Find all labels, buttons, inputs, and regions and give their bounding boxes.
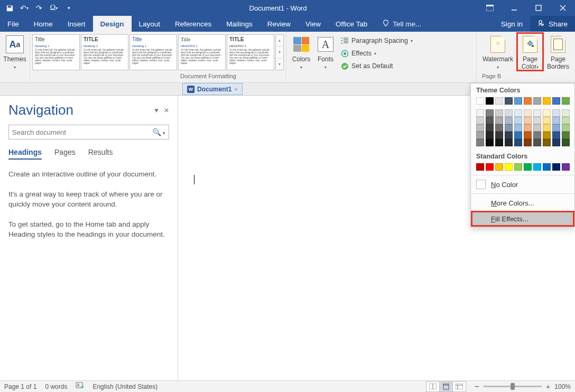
tab-home[interactable]: Home (26, 16, 60, 32)
color-swatch[interactable] (486, 97, 494, 105)
color-swatch[interactable] (486, 117, 494, 124)
color-swatch[interactable] (524, 163, 532, 171)
style-set-4[interactable]: TITLE HEADING 1 On the Insert tab, the g… (227, 34, 274, 70)
color-swatch[interactable] (476, 117, 484, 124)
color-swatch[interactable] (514, 163, 522, 171)
color-swatch[interactable] (524, 124, 532, 132)
tab-view[interactable]: View (298, 16, 328, 32)
color-swatch[interactable] (562, 124, 570, 132)
color-swatch[interactable] (514, 97, 522, 105)
tell-me-search[interactable]: Tell me... (375, 16, 429, 32)
color-swatch[interactable] (552, 124, 560, 132)
paragraph-spacing-button[interactable]: Paragraph Spacing▾ (340, 35, 413, 46)
read-mode-button[interactable] (426, 381, 440, 392)
themes-button[interactable]: Aa Themes▾ (2, 33, 27, 71)
color-swatch[interactable] (486, 132, 494, 139)
search-icon[interactable]: 🔍 (152, 128, 165, 136)
gallery-scroll-0[interactable]: ▴ (276, 35, 283, 46)
color-swatch[interactable] (543, 109, 551, 117)
color-swatch[interactable] (533, 132, 541, 139)
zoom-out-button[interactable]: − (475, 382, 479, 391)
color-swatch[interactable] (562, 163, 570, 171)
fill-effects-item[interactable]: Fill Effects... (471, 211, 574, 227)
nav-tab-pages[interactable]: Pages (54, 148, 76, 160)
color-swatch[interactable] (562, 109, 570, 117)
colors-button[interactable]: Colors▾ (289, 33, 314, 71)
redo-icon[interactable]: ↷ (35, 4, 43, 12)
color-swatch[interactable] (495, 139, 503, 146)
color-swatch[interactable] (533, 163, 541, 171)
color-swatch[interactable] (495, 124, 503, 132)
color-swatch[interactable] (543, 97, 551, 105)
color-swatch[interactable] (524, 132, 532, 139)
color-swatch[interactable] (476, 124, 484, 132)
more-colors-item[interactable]: More Colors... (471, 195, 574, 211)
color-swatch[interactable] (495, 132, 503, 139)
color-swatch[interactable] (505, 139, 513, 146)
close-icon[interactable] (551, 0, 575, 16)
color-swatch[interactable] (552, 97, 560, 105)
status-words[interactable]: 0 words (45, 383, 67, 390)
status-page[interactable]: Page 1 of 1 (4, 383, 36, 390)
color-swatch[interactable] (552, 117, 560, 124)
style-set-3[interactable]: Title HEADING 1 On the Insert tab, the g… (178, 34, 226, 70)
color-swatch[interactable] (476, 163, 484, 171)
color-swatch[interactable] (543, 163, 551, 171)
color-swatch[interactable] (562, 117, 570, 124)
color-swatch[interactable] (476, 97, 484, 105)
tab-review[interactable]: Review (260, 16, 298, 32)
color-swatch[interactable] (533, 139, 541, 146)
color-swatch[interactable] (543, 132, 551, 139)
color-swatch[interactable] (552, 139, 560, 146)
color-swatch[interactable] (495, 163, 503, 171)
color-swatch[interactable] (495, 97, 503, 105)
nav-tab-headings[interactable]: Headings (8, 148, 42, 160)
gallery-scroll-2[interactable]: ▾ (276, 59, 283, 70)
document-tab[interactable]: W Document1 × (182, 83, 243, 95)
omega-icon[interactable]: Ω▾ (50, 4, 58, 12)
color-swatch[interactable] (486, 124, 494, 132)
navigation-search[interactable]: 🔍 (8, 125, 169, 139)
color-swatch[interactable] (562, 132, 570, 139)
zoom-level[interactable]: 100% (554, 383, 571, 390)
color-swatch[interactable] (476, 139, 484, 146)
sign-in-link[interactable]: Sign in (494, 16, 530, 32)
color-swatch[interactable] (543, 124, 551, 132)
color-swatch[interactable] (552, 163, 560, 171)
set-as-default-button[interactable]: Set as Default (340, 60, 413, 72)
web-layout-button[interactable] (452, 381, 466, 392)
nav-close-icon[interactable]: ✕ (164, 107, 169, 114)
color-swatch[interactable] (524, 109, 532, 117)
color-swatch[interactable] (505, 132, 513, 139)
zoom-in-button[interactable]: + (546, 382, 550, 391)
color-swatch[interactable] (514, 109, 522, 117)
status-language[interactable]: English (United States) (92, 383, 157, 390)
style-set-1[interactable]: TITLE Heading 1 On the Insert tab, the g… (81, 34, 128, 70)
zoom-slider[interactable] (484, 386, 542, 387)
color-swatch[interactable] (524, 117, 532, 124)
gallery-scroll-1[interactable]: ▾ (276, 46, 283, 58)
color-swatch[interactable] (514, 132, 522, 139)
ribbon-display-options-icon[interactable] (478, 0, 502, 16)
color-swatch[interactable] (533, 117, 541, 124)
page-borders-button[interactable]: Page Borders (543, 33, 573, 71)
print-layout-button[interactable] (439, 381, 453, 392)
close-doc-tab-icon[interactable]: × (234, 86, 237, 92)
minimize-icon[interactable] (502, 0, 526, 16)
color-swatch[interactable] (514, 139, 522, 146)
color-swatch[interactable] (524, 97, 532, 105)
effects-button[interactable]: Effects▾ (340, 48, 413, 59)
color-swatch[interactable] (476, 109, 484, 117)
color-swatch[interactable] (514, 124, 522, 132)
tab-design[interactable]: Design (93, 16, 132, 32)
color-swatch[interactable] (552, 132, 560, 139)
save-icon[interactable] (5, 4, 14, 12)
spellcheck-icon[interactable] (76, 382, 84, 391)
maximize-icon[interactable] (526, 0, 551, 16)
undo-icon[interactable]: ↶▾ (20, 4, 29, 12)
nav-tab-results[interactable]: Results (88, 148, 113, 160)
color-swatch[interactable] (543, 117, 551, 124)
tab-mailings[interactable]: Mailings (219, 16, 260, 32)
page-color-button[interactable]: Page Color▾ (517, 33, 543, 71)
color-swatch[interactable] (543, 139, 551, 146)
